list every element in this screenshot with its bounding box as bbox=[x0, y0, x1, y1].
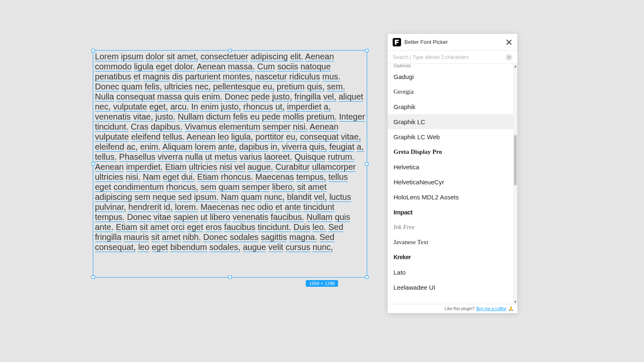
resize-handle-tr[interactable] bbox=[365, 49, 368, 52]
font-item[interactable]: HoloLens MDL2 Assets bbox=[388, 189, 513, 204]
font-item[interactable]: Lato bbox=[388, 265, 513, 280]
font-item[interactable]: Greta Display Pro bbox=[388, 144, 513, 159]
scroll-up-icon[interactable]: ▲ bbox=[514, 64, 517, 68]
font-item[interactable]: Ink Free bbox=[388, 219, 513, 235]
font-item[interactable]: Kreker bbox=[388, 250, 513, 265]
selected-text-frame[interactable]: Lorem ipsum dolor sit amet, consectetuer… bbox=[93, 50, 367, 278]
font-list[interactable]: Gabriola GadugiGeorgiaGraphikGraphik LCG… bbox=[388, 64, 513, 304]
font-list-wrapper: Gabriola GadugiGeorgiaGraphikGraphik LCG… bbox=[388, 64, 517, 304]
close-icon[interactable] bbox=[506, 39, 512, 46]
scroll-down-icon[interactable]: ▼ bbox=[514, 300, 517, 304]
footer-text: Like this plugin? bbox=[445, 306, 475, 311]
resize-handle-mr[interactable] bbox=[365, 162, 368, 166]
font-picker-panel: Better Font Picker Gabriola GadugiGeorgi… bbox=[387, 33, 518, 314]
font-item[interactable]: Helvetica bbox=[388, 159, 513, 174]
resize-handle-br[interactable] bbox=[365, 275, 368, 279]
canvas-text-content[interactable]: Lorem ipsum dolor sit amet, consectetuer… bbox=[93, 51, 367, 252]
resize-handle-mb[interactable] bbox=[228, 275, 232, 279]
font-item[interactable]: Leelawadee UI bbox=[388, 280, 513, 295]
buy-coffee-link[interactable]: Buy me a coffee bbox=[476, 306, 506, 311]
font-item[interactable]: Graphik bbox=[388, 99, 513, 114]
search-input[interactable] bbox=[393, 54, 506, 60]
font-item[interactable]: Georgia bbox=[388, 84, 513, 99]
font-item[interactable]: Graphik LC Web bbox=[388, 129, 513, 144]
clear-search-icon[interactable] bbox=[506, 54, 512, 61]
resize-handle-mt[interactable] bbox=[228, 49, 232, 52]
panel-header: Better Font Picker bbox=[388, 34, 517, 51]
font-item[interactable]: Impact bbox=[388, 204, 513, 219]
font-item[interactable]: Javanese Text bbox=[388, 235, 513, 250]
panel-footer: Like this plugin? Buy me a coffee 🙏 bbox=[388, 304, 517, 313]
scrollbar-track[interactable]: ▲ ▼ bbox=[513, 64, 517, 304]
search-row bbox=[388, 51, 517, 64]
selection-size-badge: 1559 × 1298 bbox=[306, 280, 338, 287]
resize-handle-ml[interactable] bbox=[92, 162, 95, 166]
scrollbar-thumb[interactable] bbox=[514, 135, 517, 185]
resize-handle-bl[interactable] bbox=[92, 275, 95, 279]
font-item[interactable]: Gadugi bbox=[388, 69, 513, 84]
panel-title: Better Font Picker bbox=[404, 39, 506, 45]
pray-icon: 🙏 bbox=[508, 306, 514, 311]
font-item-partial[interactable]: Gabriola bbox=[388, 64, 513, 69]
font-item[interactable]: HelveticaNeueCyr bbox=[388, 174, 513, 189]
font-item[interactable]: Graphik LC bbox=[388, 114, 513, 129]
plugin-icon bbox=[393, 38, 401, 46]
resize-handle-tl[interactable] bbox=[92, 49, 95, 52]
